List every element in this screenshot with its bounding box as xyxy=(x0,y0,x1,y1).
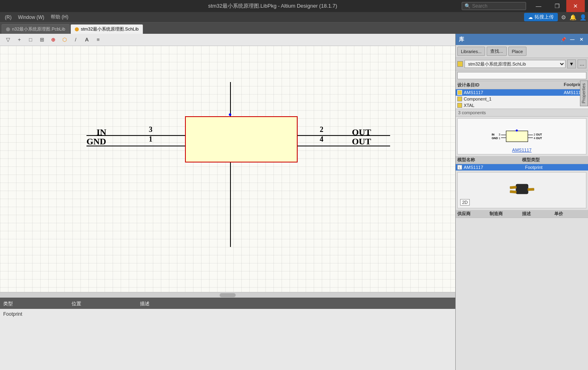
center-vline xyxy=(230,82,231,247)
library-panel-header: 库 📌 — ✕ xyxy=(456,34,588,45)
supplier-header: 供应商 制造商 描述 单价 xyxy=(456,210,588,218)
pin-out2-line xyxy=(298,146,390,146)
comp-id-0: AMS1117 xyxy=(464,90,524,95)
lib-header-controls: 📌 — ✕ xyxy=(560,36,585,43)
lib-icon xyxy=(457,61,463,67)
tool-filter[interactable]: ▽ xyxy=(3,35,13,44)
library-selector: stm32最小系统原理图.SchLib ▼ … xyxy=(456,58,588,70)
main-area: ▽ + □ ⊞ ⊕ ⬡ / A ≡ 3 1 xyxy=(0,34,588,370)
comp-col-fp: Footprint xyxy=(520,82,587,88)
restore-button[interactable]: ❐ xyxy=(548,0,566,12)
label-gnd: GND xyxy=(86,136,106,147)
svg-rect-1 xyxy=(510,186,516,189)
menu-bar: (R) Window (W) 帮助 (H) ☁ 拓搜上传 ⚙ 🔔 👤 xyxy=(0,12,588,23)
sot23-svg xyxy=(506,176,538,204)
component-table: 设计条目ID Footprint AMS1117 AMS1117 Compone… xyxy=(456,81,588,109)
svg-rect-3 xyxy=(527,188,534,191)
model-name-0: AMS1117 xyxy=(464,165,525,170)
lib-close-btn[interactable]: ✕ xyxy=(578,36,585,43)
win-controls: — ❐ ✕ xyxy=(529,0,585,12)
title-bar: stm32最小系统原理图.LibPkg - Altium Designer (1… xyxy=(0,0,588,12)
menu-item-help[interactable]: 帮助 (H) xyxy=(47,12,72,22)
search-input[interactable] xyxy=(472,3,520,9)
tab-pcblib[interactable]: n32最小系统原理图.PcbLib xyxy=(2,24,70,34)
tool-move[interactable]: ⊞ xyxy=(37,35,47,44)
comp-row-ams1117[interactable]: AMS1117 AMS1117 xyxy=(456,89,588,96)
upload-button[interactable]: ☁ 拓搜上传 xyxy=(524,13,558,21)
mini-right-labels: OUT OUT xyxy=(536,133,542,140)
svg-rect-2 xyxy=(510,190,516,193)
properties-tab[interactable]: Properties xyxy=(580,80,588,106)
close-button[interactable]: ✕ xyxy=(566,0,585,12)
lib-dropdown[interactable]: stm32最小系统原理图.SchLib xyxy=(465,60,565,68)
comp-icon-2 xyxy=(457,103,462,108)
user-icon[interactable]: 👤 xyxy=(580,14,586,21)
tool-rect-select[interactable]: □ xyxy=(26,35,35,44)
component-count: 3 components xyxy=(456,109,588,117)
comp-row-component1[interactable]: Component_1 xyxy=(456,96,588,102)
comp-fp-0: AMS1117 xyxy=(524,90,587,95)
library-toolbar: Libraries... 查找... Place xyxy=(456,45,588,58)
bottom-panel-header: 类型 位置 描述 xyxy=(0,298,455,309)
mini-right-nums: 2 4 xyxy=(534,133,535,140)
bottom-col-description: 描述 xyxy=(140,300,200,307)
2d-badge: 2D xyxy=(460,199,470,206)
tab-dot-pcblib xyxy=(6,27,10,31)
canvas-area: ▽ + □ ⊞ ⊕ ⬡ / A ≡ 3 1 xyxy=(0,34,455,370)
menu-item-r[interactable]: (R) xyxy=(2,13,15,21)
bottom-panel: 类型 位置 描述 Footprint xyxy=(0,298,455,370)
mini-schematic: IN GND 3 1 xyxy=(491,131,542,142)
tool-add[interactable]: + xyxy=(14,35,24,44)
library-search-input[interactable] xyxy=(457,72,586,79)
minimize-button[interactable]: — xyxy=(529,0,548,12)
model-col-type: 模型类型 xyxy=(522,157,587,163)
pin-num-2: 2 xyxy=(320,125,323,134)
libraries-button[interactable]: Libraries... xyxy=(457,47,485,56)
library-search-row xyxy=(456,70,588,81)
toolbar: ▽ + □ ⊞ ⊕ ⬡ / A ≡ xyxy=(0,34,455,46)
lib-dropdown-arrow[interactable]: ▼ xyxy=(567,60,576,68)
label-out2: OUT xyxy=(352,136,371,147)
tool-polygon[interactable]: ⬡ xyxy=(60,35,69,44)
mini-dot xyxy=(516,130,518,132)
bell-icon[interactable]: 🔔 xyxy=(569,14,576,21)
bottom-col-type: 类型 xyxy=(3,300,64,307)
supplier-section: 供应商 制造商 描述 单价 xyxy=(456,210,588,370)
svg-rect-0 xyxy=(516,184,528,194)
pin-dot xyxy=(229,113,231,116)
pin-num-3: 3 xyxy=(149,125,152,134)
h-scrollbar[interactable] xyxy=(0,292,455,298)
tool-text[interactable]: A xyxy=(82,35,92,44)
tool-pin[interactable]: ⊕ xyxy=(48,35,58,44)
settings-icon[interactable]: ⚙ xyxy=(561,14,566,21)
library-panel: 库 📌 — ✕ Libraries... 查找... Place stm32最小… xyxy=(455,34,588,370)
search-box[interactable]: 🔍 xyxy=(462,2,526,10)
tool-bus[interactable]: ≡ xyxy=(93,35,103,44)
comp-row-xtal[interactable]: XTAL xyxy=(456,102,588,109)
scroll-thumb[interactable] xyxy=(220,293,236,297)
comp-col-id: 设计条目ID xyxy=(457,82,520,88)
tool-line[interactable]: / xyxy=(71,35,80,44)
lib-pin-btn[interactable]: 📌 xyxy=(560,36,567,43)
tab-bar: n32最小系统原理图.PcbLib stm32最小系统原理图.SchLib xyxy=(0,23,588,34)
mini-right-lines xyxy=(528,135,533,138)
comp-icon-1 xyxy=(457,97,462,101)
comp-icon-0 xyxy=(457,90,462,95)
find-button[interactable]: 查找... xyxy=(487,47,506,56)
comp-id-1: Component_1 xyxy=(464,97,524,101)
model-row-0[interactable]: L AMS1117 Footprint xyxy=(456,164,588,171)
cloud-icon: ☁ xyxy=(528,14,533,20)
model-icon-0: L xyxy=(457,165,462,170)
search-icon: 🔍 xyxy=(465,3,471,9)
model-col-name: 模型名称 xyxy=(457,157,522,163)
component-box[interactable] xyxy=(185,116,298,162)
tab-schlib[interactable]: stm32最小系统原理图.SchLib xyxy=(70,24,143,34)
schematic-canvas[interactable]: 3 1 2 4 IN GND OUT OUT xyxy=(0,46,455,292)
component-preview: IN GND 3 1 xyxy=(457,118,586,154)
lib-more-btn[interactable]: … xyxy=(578,60,586,68)
sup-col-price: 单价 xyxy=(554,211,586,217)
model-section-header: 模型名称 模型类型 xyxy=(456,156,588,164)
menu-item-window[interactable]: Window (W) xyxy=(15,13,47,21)
lib-minimize-btn[interactable]: — xyxy=(569,36,576,43)
place-button[interactable]: Place xyxy=(508,47,527,56)
